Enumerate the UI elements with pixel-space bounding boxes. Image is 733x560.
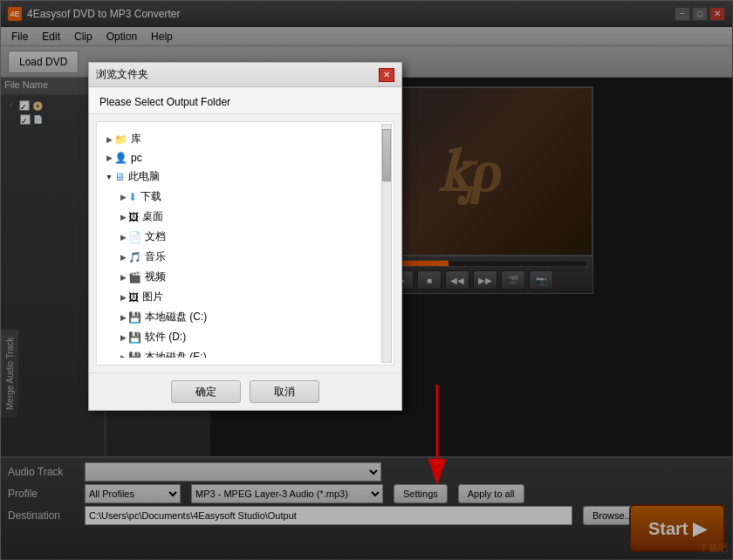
dialog-scrollbar[interactable] — [381, 124, 392, 363]
tree-arrow-downloads: ▶ — [118, 192, 128, 202]
dialog-body: ▶ 📁 库 ▶ 👤 pc ▼ 🖥 此电脑 — [96, 121, 394, 365]
tree-label-music: 音乐 — [145, 249, 166, 264]
music-icon: 🎵 — [128, 251, 141, 263]
tree-arrow-drive-c: ▶ — [118, 312, 128, 323]
drive-d-icon: 💾 — [128, 331, 141, 344]
tree-item-videos[interactable]: ▶ 🎬 视频 — [118, 267, 387, 287]
cancel-button[interactable]: 取消 — [250, 380, 319, 403]
dialog-close-button[interactable]: ✕ — [379, 68, 394, 82]
confirm-button[interactable]: 确定 — [171, 380, 241, 403]
tree-arrow-drive-d: ▶ — [118, 332, 128, 343]
tree-item-drive-d[interactable]: ▶ 💾 软件 (D:) — [118, 327, 387, 347]
docs-icon: 📄 — [128, 231, 141, 243]
computer-icon: 🖥 — [114, 171, 125, 183]
tree-label-desktop: 桌面 — [142, 209, 163, 224]
dialog-header: Please Select Output Folder — [89, 87, 401, 114]
tree-item-ku[interactable]: ▶ 📁 库 — [104, 129, 387, 149]
tree-item-desktop[interactable]: ▶ 🖼 桌面 — [118, 207, 387, 227]
browse-folder-dialog: 浏览文件夹 ✕ Please Select Output Folder ▶ 📁 … — [88, 62, 402, 411]
dialog-title-text: 浏览文件夹 — [96, 67, 148, 82]
tree-arrow-docs: ▶ — [118, 232, 128, 242]
folder-icon-ku: 📁 — [114, 133, 127, 146]
tree-label-computer: 此电脑 — [128, 169, 160, 184]
dialog-title-bar: 浏览文件夹 ✕ — [89, 63, 401, 87]
tree-label-drive-c: 本地磁盘 (C:) — [145, 310, 207, 324]
pictures-icon: 🖼 — [128, 291, 139, 304]
tree-label-drive-e: 本地磁盘 (E:) — [145, 350, 207, 358]
tree-item-downloads[interactable]: ▶ ⬇ 下载 — [118, 187, 387, 207]
tree-label-pictures: 图片 — [142, 290, 163, 304]
tree-label-drive-d: 软件 (D:) — [145, 330, 186, 345]
tree-item-pictures[interactable]: ▶ 🖼 图片 — [118, 287, 387, 307]
tree-item-drive-e[interactable]: ▶ 💾 本地磁盘 (E:) — [118, 347, 387, 358]
tree-arrow-pictures: ▶ — [118, 292, 128, 303]
drive-c-icon: 💾 — [128, 311, 141, 324]
desktop-icon: 🖼 — [128, 211, 139, 223]
tree-label-docs: 文档 — [145, 229, 166, 244]
dialog-header-text: Please Select Output Folder — [99, 96, 230, 108]
download-icon: ⬇ — [128, 191, 137, 203]
tree-item-music[interactable]: ▶ 🎵 音乐 — [118, 247, 387, 267]
app-window: 4E 4Easysof DVD to MP3 Converter − □ ✕ F… — [0, 0, 733, 560]
tree-arrow-music: ▶ — [118, 252, 128, 263]
user-icon-pc: 👤 — [114, 152, 127, 164]
tree-arrow-pc: ▶ — [104, 153, 114, 163]
folder-tree[interactable]: ▶ 📁 库 ▶ 👤 pc ▼ 🖥 此电脑 — [104, 129, 387, 358]
tree-label-videos: 视频 — [145, 270, 166, 284]
tree-arrow-videos: ▶ — [118, 272, 128, 283]
tree-arrow-computer: ▼ — [104, 172, 114, 182]
tree-label-downloads: 下载 — [140, 189, 161, 204]
drive-e-icon: 💾 — [128, 352, 141, 359]
video-icon: 🎬 — [128, 271, 141, 283]
tree-item-pc[interactable]: ▶ 👤 pc — [104, 149, 387, 167]
scrollbar-thumb — [382, 129, 391, 181]
tree-arrow-drive-e: ▶ — [118, 352, 128, 359]
dialog-footer: 确定 取消 — [89, 372, 401, 410]
tree-arrow-desktop: ▶ — [118, 212, 128, 222]
tree-item-computer[interactable]: ▼ 🖥 此电脑 — [104, 167, 387, 187]
tree-label-pc: pc — [131, 152, 142, 164]
dialog-overlay: 浏览文件夹 ✕ Please Select Output Folder ▶ 📁 … — [1, 1, 733, 560]
tree-item-docs[interactable]: ▶ 📄 文档 — [118, 227, 387, 247]
tree-arrow-ku: ▶ — [104, 134, 114, 145]
tree-item-drive-c[interactable]: ▶ 💾 本地磁盘 (C:) — [118, 307, 387, 327]
tree-label-ku: 库 — [131, 132, 141, 147]
